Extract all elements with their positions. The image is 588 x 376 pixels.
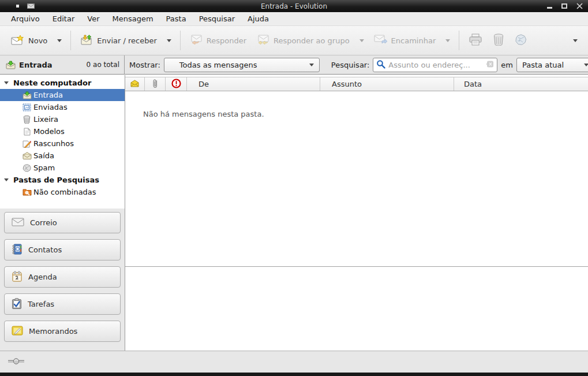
tree-section-label: Pastas de Pesquisas — [13, 176, 99, 184]
menu-arquivo[interactable]: Arquivo — [5, 13, 46, 24]
junk-button[interactable] — [510, 30, 532, 51]
online-status-icon[interactable] — [8, 357, 25, 367]
switcher-label: Tarefas — [28, 300, 54, 308]
search-folder-icon — [22, 188, 32, 197]
switcher-calendar-button[interactable]: Agenda — [4, 266, 121, 288]
switcher-tasks-button[interactable]: Tarefas — [4, 293, 121, 315]
toolbar-overflow-button[interactable] — [568, 35, 582, 46]
folder-item-enviadas[interactable]: Enviadas — [0, 101, 125, 113]
tasks-icon — [12, 298, 22, 311]
reply-group-label: Responder ao grupo — [274, 36, 350, 45]
toolbar-separator — [180, 31, 181, 50]
column-importance[interactable] — [166, 77, 187, 91]
app-envelope-icon — [27, 2, 35, 10]
menu-mensagem[interactable]: Mensagem — [106, 13, 160, 24]
current-folder-title: Entrada — [19, 61, 53, 69]
message-list-header: De Assunto Data — [125, 77, 588, 91]
folder-item-entrada[interactable]: Entrada — [0, 89, 125, 101]
print-button[interactable] — [463, 29, 488, 51]
switcher-memos-button[interactable]: Memorandos — [4, 321, 121, 342]
folder-label: Entrada — [33, 91, 63, 99]
search-input[interactable] — [388, 61, 483, 69]
switcher-label: Memorandos — [29, 327, 77, 336]
print-icon — [469, 33, 482, 47]
search-scope-dropdown[interactable]: Pasta atual — [516, 58, 588, 72]
contacts-icon — [12, 244, 23, 256]
menu-pesquisar[interactable]: Pesquisar — [193, 13, 241, 24]
column-label: Assunto — [332, 80, 362, 88]
reply-group-dropdown[interactable] — [355, 35, 369, 46]
status-bar — [0, 351, 588, 373]
expander-triangle-icon[interactable] — [4, 178, 9, 181]
new-message-dropdown[interactable] — [53, 35, 66, 46]
menu-ajuda[interactable]: Ajuda — [241, 13, 275, 24]
chevron-down-icon — [584, 64, 588, 66]
window-menu-icon[interactable] — [16, 5, 19, 8]
column-from[interactable]: De — [187, 77, 320, 91]
trash-icon — [22, 115, 32, 124]
message-count: 0 ao total — [87, 61, 119, 69]
switcher-label: Agenda — [28, 273, 57, 281]
switcher-label: Correio — [30, 218, 57, 227]
reply-button[interactable]: Responder — [185, 31, 252, 50]
column-subject[interactable]: Assunto — [320, 77, 454, 91]
menu-ver[interactable]: Ver — [81, 13, 106, 24]
switcher-contacts-button[interactable]: Contatos — [4, 239, 121, 260]
sidebar: Neste computador Entrada Enviadas Lixeir… — [0, 75, 125, 351]
expander-triangle-icon[interactable] — [4, 81, 9, 84]
folder-label: Rascunhos — [33, 139, 74, 148]
view-switcher: Correio Contatos Agenda Tarefas — [0, 209, 125, 351]
column-attachment[interactable] — [145, 77, 166, 91]
folder-item-nao-combinadas[interactable]: Não combinadas — [0, 186, 125, 198]
folder-item-spam[interactable]: Spam — [0, 162, 125, 174]
folder-item-rascunhos[interactable]: Rascunhos — [0, 137, 125, 150]
memos-icon — [12, 326, 23, 337]
message-filter-dropdown[interactable]: Todas as mensagens — [164, 58, 320, 72]
tree-section-search-folders[interactable]: Pastas de Pesquisas — [0, 174, 125, 186]
clear-search-icon[interactable] — [486, 61, 494, 69]
tree-section-label: Neste computador — [13, 79, 91, 87]
preview-pane-splitter[interactable] — [125, 266, 588, 267]
toolbar-separator — [70, 31, 71, 50]
send-receive-icon — [80, 35, 93, 47]
new-message-button[interactable]: Novo — [6, 31, 53, 51]
column-status[interactable] — [125, 77, 145, 91]
folder-label: Enviadas — [33, 103, 68, 111]
folder-label: Saída — [33, 151, 54, 160]
trash-icon — [493, 33, 504, 47]
maximize-button[interactable] — [560, 2, 568, 10]
reply-group-button[interactable]: Responder ao grupo — [252, 31, 355, 50]
message-status-icon — [130, 80, 140, 89]
toolbar: Novo Enviar / receber Responder Responde… — [0, 26, 588, 55]
folder-item-lixeira[interactable]: Lixeira — [0, 113, 125, 125]
document-icon — [22, 127, 32, 136]
minimize-button[interactable] — [545, 2, 553, 10]
inbox-icon — [6, 60, 16, 69]
menu-editar[interactable]: Editar — [46, 13, 81, 24]
folder-item-saida[interactable]: Saída — [0, 150, 125, 162]
send-receive-dropdown[interactable] — [162, 35, 176, 46]
folder-tree: Neste computador Entrada Enviadas Lixeir… — [0, 75, 125, 209]
forward-button[interactable]: Encaminhar — [369, 31, 441, 50]
empty-folder-message: Não há mensagens nesta pasta. — [143, 110, 264, 118]
new-message-icon — [11, 35, 24, 47]
reply-icon — [190, 35, 203, 46]
folder-item-modelos[interactable]: Modelos — [0, 125, 125, 137]
titlebar: Entrada - Evolution — [0, 0, 588, 12]
column-date[interactable]: Data — [454, 77, 588, 91]
close-button[interactable] — [575, 2, 583, 10]
forward-icon — [374, 35, 387, 46]
send-receive-button[interactable]: Enviar / receber — [75, 31, 162, 51]
column-label: Data — [464, 80, 482, 88]
column-label: De — [199, 80, 209, 88]
tree-section-this-computer[interactable]: Neste computador — [0, 77, 125, 89]
forward-dropdown[interactable] — [441, 35, 455, 46]
delete-button[interactable] — [488, 29, 510, 51]
folder-label: Lixeira — [33, 115, 58, 124]
search-icon[interactable] — [376, 59, 385, 70]
chevron-down-icon — [309, 64, 314, 66]
menu-pasta[interactable]: Pasta — [160, 13, 193, 24]
taskbar-strip — [0, 373, 588, 376]
switcher-mail-button[interactable]: Correio — [4, 212, 121, 233]
outbox-icon — [22, 151, 32, 161]
